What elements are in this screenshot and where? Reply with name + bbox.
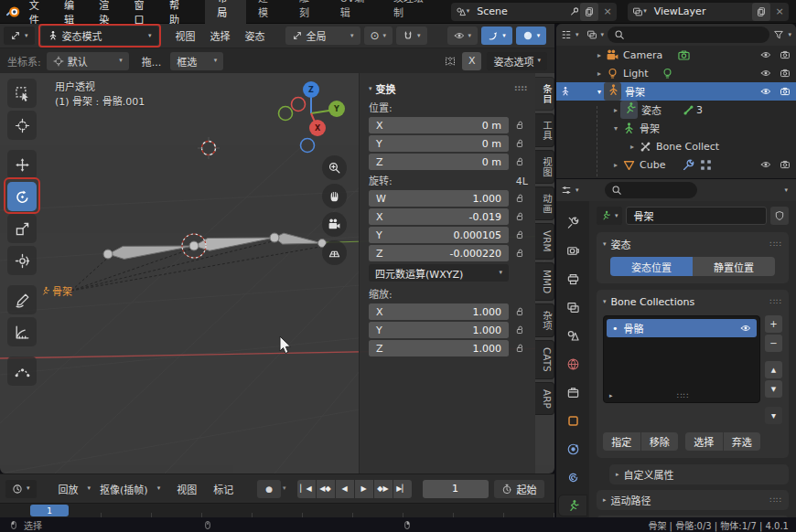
- chevron-down-icon[interactable]: ▾: [283, 485, 286, 492]
- playhead[interactable]: 1: [30, 505, 69, 516]
- tool-rotate[interactable]: [7, 182, 37, 211]
- lock-button[interactable]: [511, 211, 528, 222]
- tab-render[interactable]: [559, 240, 586, 261]
- outliner-editor-icon[interactable]: [561, 29, 572, 40]
- remove-button[interactable]: 移除: [641, 432, 679, 451]
- chevron-down-icon[interactable]: ▾: [784, 187, 788, 194]
- lock-button[interactable]: [511, 343, 528, 354]
- mirror-icon[interactable]: [444, 55, 457, 68]
- datablock-name-field[interactable]: 骨架: [626, 207, 767, 225]
- panel-grip-icon[interactable]: ∷∷: [514, 84, 528, 93]
- tab-object-data[interactable]: [559, 495, 586, 516]
- pose-panel-header[interactable]: ▾ 姿态 ∷∷: [603, 234, 782, 254]
- expand-icon[interactable]: ▾: [611, 124, 620, 133]
- tab-object[interactable]: [559, 410, 586, 431]
- outliner-row-cube[interactable]: ▸ Cube: [556, 155, 796, 174]
- overlays-toggle[interactable]: ▾: [516, 27, 547, 45]
- sidebar-tab-vrm[interactable]: VRM: [535, 223, 554, 260]
- auto-key-button[interactable]: ●: [257, 480, 281, 498]
- disable-render-icon[interactable]: [780, 159, 791, 170]
- next-keyframe-button[interactable]: ◆▶: [374, 480, 393, 498]
- outliner-row-bone-collection[interactable]: ▸ Bone Collect: [556, 137, 796, 155]
- expand-icon[interactable]: ▾: [595, 88, 604, 96]
- lock-button[interactable]: [511, 248, 528, 259]
- coord-system-dropdown[interactable]: 默认 ▾: [47, 52, 129, 70]
- bone-collections-header[interactable]: ▾ Bone Collections ∷∷: [603, 292, 782, 312]
- gizmos-toggle[interactable]: ▾: [481, 27, 512, 45]
- hide-eye-icon[interactable]: [760, 86, 771, 97]
- outliner-row-light[interactable]: ▸ Light: [556, 64, 796, 82]
- disable-render-icon[interactable]: [780, 49, 791, 60]
- menu-file[interactable]: 文件: [21, 0, 56, 24]
- tool-cursor[interactable]: [7, 111, 37, 140]
- pin-icon[interactable]: [569, 6, 580, 17]
- scene-name[interactable]: Scene: [469, 5, 569, 17]
- view-layer-icon[interactable]: [632, 6, 643, 17]
- lock-button[interactable]: [511, 306, 528, 317]
- transform-orientation-dropdown[interactable]: 全局 ▾: [285, 27, 360, 45]
- add-collection-button[interactable]: +: [765, 315, 782, 333]
- expand-icon[interactable]: ▸: [611, 106, 620, 114]
- tab-constraints[interactable]: [559, 467, 586, 487]
- tool-pose-breakdowner[interactable]: [7, 356, 37, 386]
- location-z-field[interactable]: Z0 m: [369, 154, 509, 170]
- menu-keying[interactable]: 抠像(插帧): [92, 482, 156, 496]
- close-view-layer-button[interactable]: ×: [770, 3, 789, 21]
- menu-view[interactable]: 视图: [168, 28, 203, 43]
- outliner-row-pose[interactable]: ▸ 姿态 3: [556, 101, 796, 119]
- select-button[interactable]: 选择: [685, 432, 723, 451]
- tab-collection[interactable]: [559, 382, 586, 402]
- move-down-button[interactable]: ▼: [765, 380, 782, 398]
- motion-paths-panel[interactable]: ▸ 运动路径 ∷∷: [597, 490, 789, 510]
- move-up-button[interactable]: ▲: [765, 361, 782, 378]
- start-frame-field[interactable]: 起始: [494, 480, 544, 498]
- rotation-mode-dropdown[interactable]: 四元数运算(WXYZ) ▾: [369, 264, 509, 282]
- scale-x-field[interactable]: X1.000: [369, 303, 509, 320]
- menu-marker[interactable]: 标记: [206, 482, 241, 496]
- rotation-w-field[interactable]: W1.000: [369, 190, 509, 207]
- visibility-eye-icon[interactable]: [740, 323, 751, 334]
- menu-help[interactable]: 帮助: [161, 0, 196, 24]
- workspace-tab-texture-paint[interactable]: 纹理绘制: [382, 0, 440, 24]
- list-resize-grip[interactable]: ∷∷: [613, 391, 754, 400]
- pose-position-button[interactable]: 姿态位置: [610, 257, 693, 276]
- blender-logo-icon[interactable]: [5, 4, 21, 20]
- bone-collection-item[interactable]: • 骨骼: [607, 319, 757, 337]
- scale-z-field[interactable]: Z1.000: [369, 340, 509, 356]
- sidebar-tab-misc[interactable]: 杂项: [535, 303, 554, 337]
- tab-view-layer[interactable]: [559, 297, 586, 317]
- menu-render[interactable]: 渲染: [91, 0, 125, 24]
- transform-panel-header[interactable]: ▾ 变换 ∷∷: [369, 79, 528, 99]
- rotation-y-field[interactable]: Y0.000105: [369, 227, 509, 243]
- lock-button[interactable]: [511, 120, 528, 131]
- expand-icon[interactable]: ▸: [595, 69, 604, 78]
- box-select-dropdown[interactable]: 框选 ▾: [170, 52, 223, 70]
- menu-edit[interactable]: 编辑: [56, 0, 91, 24]
- editor-type-button[interactable]: ▾: [4, 27, 35, 45]
- workspace-tab-uv-editing[interactable]: UV编辑: [328, 0, 382, 24]
- expand-icon[interactable]: ▸: [611, 161, 620, 169]
- camera-view-button[interactable]: [322, 212, 347, 237]
- mode-dropdown[interactable]: 姿态模式 ▾: [41, 27, 158, 45]
- disable-render-icon[interactable]: [780, 68, 791, 79]
- sidebar-tab-mmd[interactable]: MMD: [535, 262, 554, 301]
- gizmo-axis-x-neg[interactable]: [292, 98, 306, 112]
- expand-icon[interactable]: ▸: [595, 51, 604, 59]
- tool-scale[interactable]: [7, 214, 37, 243]
- rotation-x-field[interactable]: X-0.019: [369, 208, 509, 225]
- hide-eye-icon[interactable]: [760, 49, 771, 60]
- hide-eye-icon[interactable]: [760, 68, 771, 79]
- sidebar-tab-view[interactable]: 视图: [535, 150, 554, 184]
- sidebar-tab-animation[interactable]: 动画: [535, 186, 554, 220]
- filter-icon[interactable]: [773, 29, 784, 40]
- jump-to-end-button[interactable]: ▶▏: [393, 480, 412, 498]
- pan-button[interactable]: [322, 184, 347, 208]
- tab-output[interactable]: [559, 269, 586, 289]
- expand-icon[interactable]: ▸: [628, 143, 637, 151]
- tab-tool[interactable]: [559, 212, 586, 232]
- tab-scene[interactable]: [559, 325, 586, 346]
- tool-measure[interactable]: [7, 317, 37, 346]
- play-button[interactable]: ▶: [355, 480, 373, 498]
- chevron-down-icon[interactable]: ▾: [575, 187, 579, 194]
- properties-editor-icon[interactable]: [561, 185, 572, 196]
